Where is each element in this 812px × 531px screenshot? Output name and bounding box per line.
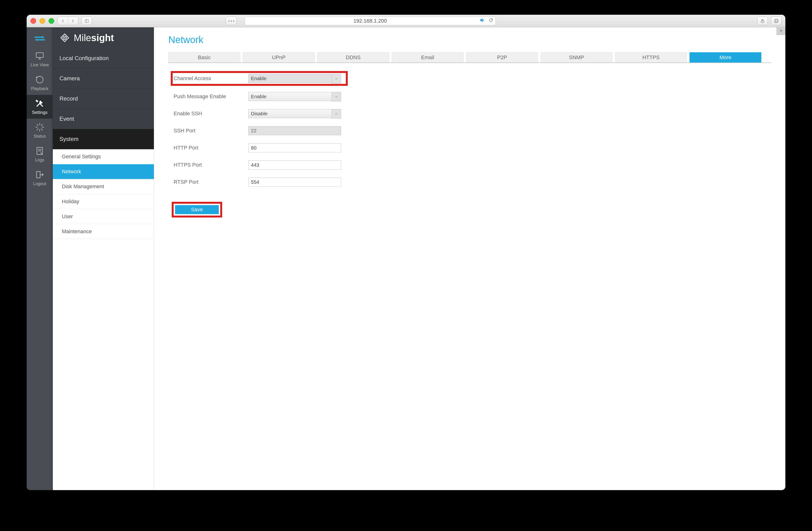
tab-upnp[interactable]: UPnP <box>243 52 315 62</box>
label-push-message: Push Message Enable <box>174 93 246 100</box>
icon-sidebar: Live View Playback Settings <box>27 27 53 490</box>
logs-icon <box>35 146 44 156</box>
menu-record[interactable]: Record <box>53 89 154 109</box>
tab-ddns[interactable]: DDNS <box>317 52 389 62</box>
submenu-user[interactable]: User <box>53 209 154 224</box>
save-button[interactable]: Save <box>175 205 219 214</box>
submenu-disk-management[interactable]: Disk Management <box>53 179 154 194</box>
svg-line-17 <box>41 124 43 126</box>
label-https-port: HTTPS Port <box>174 162 246 168</box>
menu-camera[interactable]: Camera <box>53 69 154 89</box>
submenu-holiday[interactable]: Holiday <box>53 194 154 209</box>
tools-icon <box>35 99 44 108</box>
row-http-port: HTTP Port <box>174 143 771 153</box>
close-window-button[interactable] <box>30 18 36 24</box>
sidebar-label: Status <box>33 134 46 139</box>
tab-snmp[interactable]: SNMP <box>541 52 612 62</box>
tab-more[interactable]: More <box>690 52 762 62</box>
maximize-window-button[interactable] <box>48 18 54 24</box>
label-enable-ssh: Enable SSH <box>174 110 246 117</box>
svg-line-16 <box>41 129 43 130</box>
sidebar-label: Settings <box>32 110 47 115</box>
page-title: Network <box>169 34 771 45</box>
address-bar[interactable]: 192.168.1.200 <box>245 17 496 25</box>
nav-back-forward <box>58 17 78 25</box>
playback-icon <box>35 75 44 84</box>
monitor-icon <box>35 51 44 61</box>
row-ssh-port: SSH Port <box>174 126 771 136</box>
tab-basic[interactable]: Basic <box>169 52 240 62</box>
input-https-port[interactable] <box>248 160 341 169</box>
tab-https[interactable]: HTTPS <box>615 52 687 62</box>
back-button[interactable] <box>58 17 68 25</box>
tab-bar: Basic UPnP DDNS Email P2P SNMP HTTPS Mor… <box>169 52 771 63</box>
browser-window: 192.168.1.200 <box>27 15 785 490</box>
save-highlight: Save <box>174 204 220 216</box>
sidebar-item-status[interactable]: Status <box>27 119 53 142</box>
submenu-general-settings[interactable]: General Settings <box>53 149 154 164</box>
main-panel: Network Basic UPnP DDNS Email P2P SNMP H… <box>154 27 785 490</box>
tab-email[interactable]: Email <box>392 52 464 62</box>
svg-line-18 <box>37 129 38 130</box>
audio-icon[interactable] <box>479 17 485 25</box>
sidebar-item-liveview[interactable]: Live View <box>27 47 53 71</box>
form: Channel Access Push Message Enable <box>174 73 771 187</box>
tab-p2p[interactable]: P2P <box>466 52 538 62</box>
svg-rect-5 <box>36 53 43 57</box>
input-rtsp-port[interactable] <box>248 178 341 187</box>
sidebar-item-logout[interactable]: Logout <box>27 166 53 190</box>
svg-rect-10 <box>35 100 38 102</box>
sidebar-label: Live View <box>31 62 49 68</box>
select-channel-access[interactable] <box>248 74 341 83</box>
select-enable-ssh[interactable] <box>248 109 341 118</box>
input-http-port[interactable] <box>248 143 341 152</box>
row-channel-access: Channel Access <box>172 73 346 84</box>
sidebar-item-logs[interactable]: Logs <box>27 142 53 166</box>
menu-local-configuration[interactable]: Local Configuration <box>53 48 154 69</box>
tabs-button[interactable] <box>771 17 782 25</box>
titlebar: 192.168.1.200 <box>27 15 785 27</box>
sidebar-item-settings[interactable]: Settings <box>27 95 53 119</box>
submenu-maintenance[interactable]: Maintenance <box>53 224 154 239</box>
row-push-message: Push Message Enable <box>174 91 771 102</box>
input-ssh-port[interactable] <box>248 126 341 135</box>
window-controls <box>30 18 54 24</box>
svg-rect-22 <box>37 172 40 178</box>
logout-icon <box>35 170 44 179</box>
select-push-message[interactable] <box>248 92 341 101</box>
label-channel-access: Channel Access <box>174 75 246 82</box>
row-enable-ssh: Enable SSH <box>174 109 771 119</box>
brand-icon <box>59 32 70 43</box>
minimize-window-button[interactable] <box>40 18 45 24</box>
reload-icon[interactable] <box>488 18 494 24</box>
svg-rect-0 <box>85 19 88 23</box>
sidebar-label: Logout <box>33 181 46 186</box>
label-rtsp-port: RTSP Port <box>174 179 246 185</box>
submenu: General Settings Network Disk Management… <box>53 149 154 490</box>
menu-event[interactable]: Event <box>53 109 154 129</box>
stream-icon <box>34 35 45 42</box>
sidebar-item-stream[interactable] <box>27 30 53 47</box>
sidebar-label: Playback <box>31 86 48 91</box>
svg-marker-9 <box>36 76 37 78</box>
row-rtsp-port: RTSP Port <box>174 177 771 187</box>
sidebar-item-playback[interactable]: Playback <box>27 71 53 95</box>
sidebar-toggle[interactable] <box>82 17 92 25</box>
svg-line-15 <box>37 124 38 126</box>
sidebar-label: Logs <box>35 158 44 163</box>
submenu-network[interactable]: Network <box>53 164 154 179</box>
row-https-port: HTTPS Port <box>174 160 771 170</box>
menu-column: Milesight Local Configuration Camera Rec… <box>53 27 154 490</box>
svg-rect-4 <box>775 20 778 23</box>
site-settings-button[interactable] <box>226 17 237 25</box>
label-http-port: HTTP Port <box>174 145 246 151</box>
svg-rect-3 <box>775 19 778 22</box>
share-button[interactable] <box>757 17 768 25</box>
svg-point-8 <box>37 76 43 83</box>
address-text: 192.168.1.200 <box>353 18 387 24</box>
brand-logo: Milesight <box>53 27 154 48</box>
status-icon <box>35 122 44 132</box>
new-tab-button[interactable]: + <box>777 27 785 35</box>
forward-button[interactable] <box>68 17 78 25</box>
menu-system[interactable]: System <box>53 129 154 149</box>
